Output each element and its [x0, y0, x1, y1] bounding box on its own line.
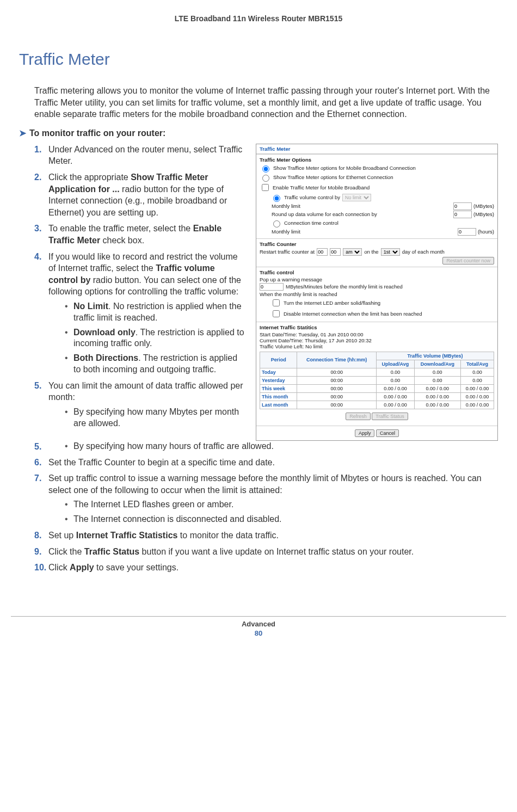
select-day[interactable]: 1st	[381, 248, 400, 256]
th-volume: Traffic Volume (MBytes)	[377, 352, 494, 360]
mbytes-unit: (MBytes)	[473, 203, 494, 209]
mbytes-unit-2: (MBytes)	[473, 211, 494, 217]
step-7: Set up traffic control to issue a warnin…	[34, 472, 498, 525]
shot-options-title: Traffic Meter Options	[260, 157, 494, 163]
checkbox-enable-label: Enable Traffic Meter for Mobile Broadban…	[273, 184, 370, 190]
step-10: Click Apply to save your settings.	[34, 562, 498, 574]
input-roundup[interactable]	[453, 211, 472, 218]
radio-conn-time-label: Connection time control	[284, 220, 338, 226]
th-download: Download/Avg	[414, 360, 460, 368]
traffic-meter-screenshot: Traffic Meter Traffic Meter Options Show…	[256, 144, 498, 441]
step-4: If you would like to record and restrict…	[34, 251, 245, 376]
input-monthly-limit-hours[interactable]	[458, 228, 476, 236]
step-4-bullet-2: Download only. The restriction is applie…	[65, 327, 245, 350]
step-2: Click the appropriate Show Traffic Meter…	[34, 171, 245, 218]
step-7-bullet-2: The Internet connection is disconnected …	[65, 514, 498, 525]
th-total: Total/Avg	[460, 360, 494, 368]
intro-paragraph: Traffic metering allows you to monitor t…	[34, 85, 498, 120]
radio-conn-time[interactable]	[273, 220, 280, 227]
table-row: This week00:000.00 / 0.000.00 / 0.000.00…	[260, 384, 494, 392]
th-conn: Connection Time (hh:mm)	[297, 352, 377, 368]
select-ampm[interactable]: am	[343, 248, 362, 256]
restart-suffix: day of each month	[402, 249, 445, 255]
restart-prefix: Restart traffic counter at	[260, 249, 315, 255]
radio-volume-control[interactable]	[273, 195, 280, 202]
current-datetime: Current Date/Time: Thursday, 17 Jun 2010…	[260, 337, 494, 343]
step-8: Set up Internet Traffic Statistics to mo…	[34, 530, 498, 542]
checkbox-disable[interactable]	[273, 310, 280, 317]
shot-counter-title: Traffic Counter	[260, 241, 494, 247]
traffic-status-button[interactable]: Traffic Status	[372, 413, 408, 420]
restart-mid: on the	[364, 249, 378, 255]
mb-min-label: MBytes/Minutes before the monthly limit …	[286, 284, 403, 290]
table-row: This month00:000.00 / 0.000.00 / 0.000.0…	[260, 392, 494, 401]
start-datetime: Start Date/Time: Tuesday, 01 Jun 2010 00…	[260, 331, 494, 337]
input-monthly-limit-mb[interactable]	[453, 202, 472, 210]
volume-left: Traffic Volume Left: No limit	[260, 343, 494, 349]
refresh-button[interactable]: Refresh	[346, 413, 371, 420]
table-row: Yesterday00:000.000.000.00	[260, 376, 494, 384]
checkbox-led[interactable]	[273, 299, 280, 306]
step-4-bullet-3: Both Directions. The restriction is appl…	[65, 353, 245, 376]
shot-stats-title: Internet Traffic Statitics	[260, 324, 494, 330]
table-row: Today00:000.000.000.00	[260, 368, 494, 376]
th-upload: Upload/Avg	[377, 360, 415, 368]
step-7-bullet-1: The Internet LED flashes green or amber.	[65, 499, 498, 510]
roundup-label: Round up data volume for each connection…	[272, 211, 377, 217]
footer-section: Advanced	[11, 620, 506, 628]
monthly-limit-hours-label: Monthly limit	[272, 229, 300, 235]
step-1: Under Advanced on the router menu, selec…	[34, 144, 245, 167]
footer-page-number: 80	[11, 629, 506, 637]
checkbox-enable[interactable]	[262, 184, 269, 191]
step-9: Click the Traffic Status button if you w…	[34, 546, 498, 558]
step-6: Set the Traffic Counter to begin at a sp…	[34, 457, 498, 469]
th-period: Period	[260, 352, 297, 368]
shot-title: Traffic Meter	[256, 144, 497, 154]
radio-mobile-label: Show Traffice Meter options for Mobile B…	[273, 165, 416, 171]
input-restart-mm[interactable]	[330, 248, 341, 256]
step-5-bullet-2: By specifying how many hours of traffic …	[65, 441, 498, 452]
radio-mobile[interactable]	[262, 165, 269, 173]
triangle-icon: ➤	[19, 128, 26, 138]
checkbox-led-label: Turn the Internet LED amber solid/flashi…	[284, 300, 380, 306]
input-warning-threshold[interactable]	[260, 283, 284, 291]
step-5: You can limit the amount of data traffic…	[34, 380, 245, 429]
popup-label: Pop up a warning message	[260, 276, 494, 282]
radio-ethernet-label: Show Traffice Meter options for Ethernet…	[273, 174, 393, 180]
apply-button[interactable]: Apply	[355, 429, 375, 437]
checkbox-disable-label: Disable Internet connection when the lim…	[284, 311, 422, 317]
procedure-heading: ➤To monitor traffic on your router:	[19, 128, 498, 138]
hours-unit: (hours)	[478, 229, 494, 235]
page-footer: Advanced 80	[11, 616, 506, 637]
procedure-heading-text: To monitor traffic on your router:	[29, 128, 165, 138]
restart-counter-button[interactable]: Restart counter now	[442, 257, 494, 264]
step-5-cont: By specifying how many hours of traffic …	[34, 441, 498, 452]
doc-title: LTE Broadband 11n Wireless Router MBR151…	[19, 14, 498, 23]
step-3: To enable the traffic meter, select the …	[34, 223, 245, 246]
monthly-limit-label: Monthly limit	[272, 203, 300, 209]
step-5-bullet-1: By specifying how many Mbytes per month …	[65, 407, 245, 429]
stats-table: Period Connection Time (hh:mm) Traffic V…	[260, 352, 494, 409]
shot-control-title: Traffic control	[260, 269, 494, 275]
radio-volume-control-label: Traffic volume control by	[284, 194, 340, 200]
select-volume-limit[interactable]: No limit	[342, 194, 371, 201]
step-4-bullet-1: No Limit. No restriction is applied when…	[65, 301, 245, 324]
radio-ethernet[interactable]	[262, 175, 269, 182]
input-restart-hh[interactable]	[317, 248, 328, 256]
table-row: Last month00:000.00 / 0.000.00 / 0.000.0…	[260, 401, 494, 409]
cancel-button[interactable]: Cancel	[376, 429, 399, 437]
section-title: Traffic Meter	[19, 50, 498, 69]
when-reached-label: When the monthly limit is reached	[260, 291, 494, 297]
